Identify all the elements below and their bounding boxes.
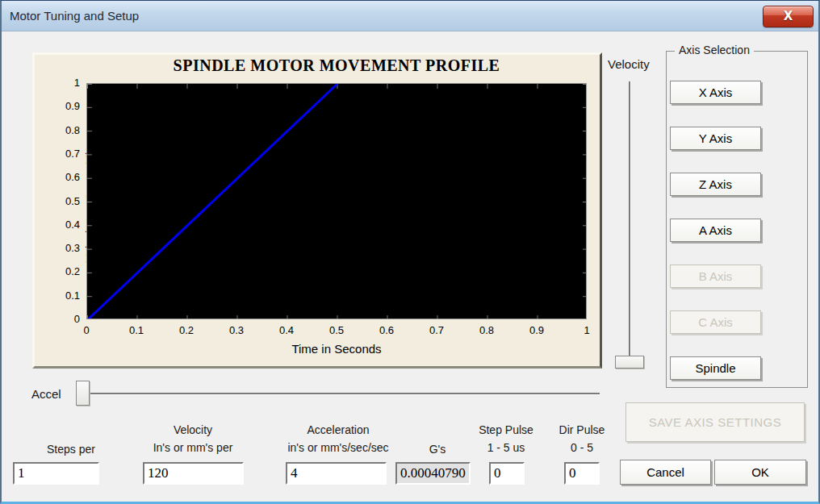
x-tick-label: 0.3 xyxy=(220,324,253,336)
y-tick-label: 0.1 xyxy=(41,289,80,302)
y-tick-label: 0.5 xyxy=(41,195,80,207)
motor-tuning-dialog: Motor Tuning and Setup X SPINDLE MOTOR M… xyxy=(0,0,820,504)
x-tick-label: 0 xyxy=(70,324,102,336)
axis-button-z[interactable]: Z Axis xyxy=(670,173,761,196)
axis-button-b[interactable]: B Axis xyxy=(670,264,761,288)
acceleration-input[interactable] xyxy=(286,462,387,485)
x-tick-label: 0.8 xyxy=(471,324,503,336)
y-tick-label: 0.2 xyxy=(41,265,80,277)
velocity-slider-thumb[interactable] xyxy=(615,356,644,369)
y-tick-label: 0.9 xyxy=(41,100,80,112)
x-tick-label: 0.7 xyxy=(420,324,453,336)
close-button[interactable]: X xyxy=(763,6,814,27)
axis-button-spindle[interactable]: Spindle xyxy=(670,356,761,380)
velocity-label-line2: In's or mm's per xyxy=(136,441,249,454)
x-axis-label: Time in Seconds xyxy=(86,342,587,356)
axis-button-x[interactable]: X Axis xyxy=(670,81,761,104)
dir-pulse-label-line1: Dir Pulse xyxy=(533,423,630,436)
x-tick-label: 0.1 xyxy=(120,324,153,336)
accel-slider-label: Accel xyxy=(31,387,61,401)
acceleration-label-line1: Acceleration xyxy=(282,423,395,436)
x-tick-label: 0.6 xyxy=(370,324,403,336)
acceleration-label-line2: in's or mm's/sec/sec xyxy=(278,441,399,454)
y-tick-label: 0.4 xyxy=(41,219,80,231)
y-tick-label: 1 xyxy=(41,77,80,89)
axis-selection-title: Axis Selection xyxy=(675,44,754,56)
accel-slider-thumb[interactable] xyxy=(76,381,90,406)
window-title: Motor Tuning and Setup xyxy=(10,1,139,31)
y-tick-label: 0 xyxy=(41,313,80,325)
x-tick-label: 0.9 xyxy=(521,324,553,336)
y-tick-label: 0.8 xyxy=(41,124,80,136)
title-bar[interactable]: Motor Tuning and Setup X xyxy=(2,1,818,31)
axis-button-y[interactable]: Y Axis xyxy=(670,127,761,150)
dir-pulse-input[interactable] xyxy=(564,462,600,485)
velocity-slider-track[interactable] xyxy=(629,81,630,364)
plot-area xyxy=(86,83,587,319)
velocity-label-line1: Velocity xyxy=(144,423,241,436)
x-tick-label: 1 xyxy=(571,324,603,336)
cancel-button[interactable]: Cancel xyxy=(620,460,711,485)
accel-slider-track[interactable] xyxy=(89,393,600,394)
x-tick-label: 0.4 xyxy=(270,324,303,336)
gs-readout xyxy=(395,462,471,485)
y-tick-label: 0.7 xyxy=(41,148,80,160)
steps-per-input[interactable] xyxy=(13,462,99,485)
x-tick-label: 0.2 xyxy=(170,324,203,336)
ok-button[interactable]: OK xyxy=(714,460,806,485)
save-axis-settings-button[interactable]: SAVE AXIS SETTINGS xyxy=(625,402,805,442)
axis-button-c[interactable]: C Axis xyxy=(670,310,761,334)
velocity-slider-label: Velocity xyxy=(608,57,650,71)
x-tick-label: 0.5 xyxy=(320,324,353,336)
chart-title: SPINDLE MOTOR MOVEMENT PROFILE xyxy=(86,56,587,75)
steps-per-label: Steps per xyxy=(23,443,119,456)
chart-panel: SPINDLE MOTOR MOVEMENT PROFILE Velocity … xyxy=(32,52,602,369)
dir-pulse-label-line2: 0 - 5 xyxy=(533,441,630,454)
axis-button-a[interactable]: A Axis xyxy=(670,219,761,242)
y-tick-label: 0.3 xyxy=(41,242,80,254)
y-tick-label: 0.6 xyxy=(41,171,80,183)
close-icon: X xyxy=(784,9,793,23)
step-pulse-input[interactable] xyxy=(489,462,525,485)
velocity-input[interactable] xyxy=(143,462,244,485)
